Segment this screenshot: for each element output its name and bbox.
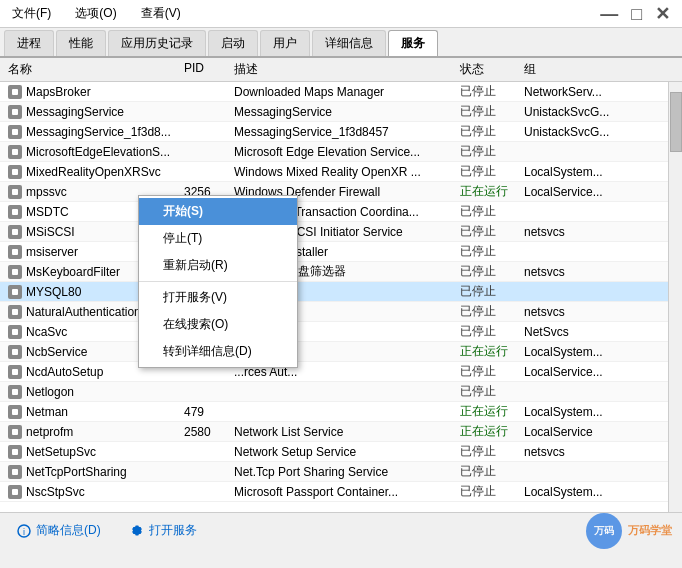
tab-性能[interactable]: 性能 <box>56 30 106 56</box>
svc-group: netsvcs <box>520 265 630 279</box>
context-menu-separator <box>139 281 297 282</box>
table-row[interactable]: NaturalAuthentication 已停止 netsvcs <box>0 302 682 322</box>
window-controls[interactable]: — □ ✕ <box>600 3 674 25</box>
tab-详细信息[interactable]: 详细信息 <box>312 30 386 56</box>
svc-group: UnistackSvcG... <box>520 105 630 119</box>
col-header-name: 名称 <box>0 61 180 78</box>
context-menu-item-停止(T)[interactable]: 停止(T) <box>139 225 297 252</box>
table-row[interactable]: msiserver Windows Installer 已停止 <box>0 242 682 262</box>
table-row[interactable]: MessagingService MessagingService 已停止 Un… <box>0 102 682 122</box>
tab-应用历史记录[interactable]: 应用历史记录 <box>108 30 206 56</box>
menu-view[interactable]: 查看(V) <box>137 3 185 24</box>
svg-rect-16 <box>12 409 18 415</box>
service-table: MapsBroker Downloaded Maps Manager 已停止 N… <box>0 82 682 512</box>
svc-status: 已停止 <box>460 263 520 280</box>
table-row[interactable]: NscStpSvc Microsoft Passport Container..… <box>0 482 682 502</box>
tab-启动[interactable]: 启动 <box>208 30 258 56</box>
column-header: 名称 PID 描述 状态 组 <box>0 58 682 82</box>
table-row[interactable]: NcaSvc ...istant 已停止 NetSvcs <box>0 322 682 342</box>
context-menu-item-在线搜索(O)[interactable]: 在线搜索(O) <box>139 311 297 338</box>
table-row[interactable]: MicrosoftEdgeElevationS... Microsoft Edg… <box>0 142 682 162</box>
svg-text:i: i <box>23 527 25 537</box>
table-row[interactable]: NcbService 125 ...ker 正在运行 LocalSystem..… <box>0 342 682 362</box>
table-row[interactable]: MessagingService_1f3d8... MessagingServi… <box>0 122 682 142</box>
svg-rect-14 <box>12 369 18 375</box>
scrollbar[interactable] <box>668 82 682 512</box>
svc-desc: Net.Tcp Port Sharing Service <box>230 465 460 479</box>
scrollbar-thumb[interactable] <box>670 92 682 152</box>
svc-group: NetworkServ... <box>520 85 630 99</box>
svg-rect-10 <box>12 289 18 295</box>
svc-pid: 2580 <box>180 425 230 439</box>
context-menu-item-转到详细信息(D)[interactable]: 转到详细信息(D) <box>139 338 297 365</box>
svc-status: 已停止 <box>460 223 520 240</box>
table-row[interactable]: MapsBroker Downloaded Maps Manager 已停止 N… <box>0 82 682 102</box>
context-menu-item-开始(S)[interactable]: 开始(S) <box>139 198 297 225</box>
service-icon <box>8 405 22 419</box>
svc-name: MapsBroker <box>0 85 180 99</box>
context-menu-item-打开服务(V)[interactable]: 打开服务(V) <box>139 284 297 311</box>
context-menu: 开始(S)停止(T)重新启动(R)打开服务(V)在线搜索(O)转到详细信息(D) <box>138 195 298 368</box>
svc-name: Netman <box>0 405 180 419</box>
svc-name: MixedRealityOpenXRSvc <box>0 165 180 179</box>
svc-desc: MessagingService <box>230 105 460 119</box>
tab-进程[interactable]: 进程 <box>4 30 54 56</box>
service-icon <box>8 105 22 119</box>
svc-status: 已停止 <box>460 443 520 460</box>
svc-group: netsvcs <box>520 225 630 239</box>
context-menu-item-重新启动(R)[interactable]: 重新启动(R) <box>139 252 297 279</box>
menu-bar: 文件(F) 选项(O) 查看(V) <box>8 3 185 24</box>
service-icon <box>8 385 22 399</box>
info-button[interactable]: i 简略信息(D) <box>10 519 107 542</box>
svc-group: LocalService... <box>520 185 630 199</box>
svc-status: 已停止 <box>460 243 520 260</box>
svc-desc: Microsoft Edge Elevation Service... <box>230 145 460 159</box>
svc-name: Netlogon <box>0 385 180 399</box>
table-row[interactable]: Netlogon 已停止 <box>0 382 682 402</box>
table-row[interactable]: mpssvc 3256 Windows Defender Firewall 正在… <box>0 182 682 202</box>
svg-rect-12 <box>12 329 18 335</box>
title-bar: 文件(F) 选项(O) 查看(V) — □ ✕ <box>0 0 682 28</box>
service-icon <box>8 225 22 239</box>
table-row[interactable]: MSiSCSI Microsoft iSCSI Initiator Servic… <box>0 222 682 242</box>
tab-服务[interactable]: 服务 <box>388 30 438 56</box>
service-icon <box>8 145 22 159</box>
table-row[interactable]: NetSetupSvc Network Setup Service 已停止 ne… <box>0 442 682 462</box>
svg-rect-9 <box>12 269 18 275</box>
service-icon <box>8 445 22 459</box>
svc-name: NscStpSvc <box>0 485 180 499</box>
table-row[interactable]: netprofm 2580 Network List Service 正在运行 … <box>0 422 682 442</box>
svg-rect-20 <box>12 489 18 495</box>
svg-rect-17 <box>12 429 18 435</box>
table-row[interactable]: MYSQL80 已停止 <box>0 282 682 302</box>
service-icon <box>8 245 22 259</box>
col-header-status: 状态 <box>460 61 520 78</box>
menu-options[interactable]: 选项(O) <box>71 3 120 24</box>
svg-rect-1 <box>12 109 18 115</box>
table-row[interactable]: NetTcpPortSharing Net.Tcp Port Sharing S… <box>0 462 682 482</box>
service-icon <box>8 485 22 499</box>
svc-status: 正在运行 <box>460 423 520 440</box>
table-row[interactable]: MSDTC Distributed Transaction Coordina..… <box>0 202 682 222</box>
svc-pid: 479 <box>180 405 230 419</box>
table-row[interactable]: NcdAutoSetup ...rces Aut... 已停止 LocalSer… <box>0 362 682 382</box>
info-icon: i <box>16 523 32 539</box>
svc-status: 已停止 <box>460 363 520 380</box>
svc-status: 已停止 <box>460 283 520 300</box>
svc-status: 已停止 <box>460 483 520 500</box>
svc-name: MicrosoftEdgeElevationS... <box>0 145 180 159</box>
svc-group: UnistackSvcG... <box>520 125 630 139</box>
svg-rect-7 <box>12 229 18 235</box>
svc-status: 已停止 <box>460 203 520 220</box>
table-row[interactable]: MsKeyboardFilter Microsoft 键盘筛选器 已停止 net… <box>0 262 682 282</box>
svg-rect-13 <box>12 349 18 355</box>
col-header-group: 组 <box>520 61 630 78</box>
menu-file[interactable]: 文件(F) <box>8 3 55 24</box>
open-services-button[interactable]: 打开服务 <box>123 519 203 542</box>
table-row[interactable]: MixedRealityOpenXRSvc Windows Mixed Real… <box>0 162 682 182</box>
tab-用户[interactable]: 用户 <box>260 30 310 56</box>
service-icon <box>8 205 22 219</box>
svg-rect-3 <box>12 149 18 155</box>
table-row[interactable]: Netman 479 正在运行 LocalSystem... <box>0 402 682 422</box>
svg-rect-5 <box>12 189 18 195</box>
